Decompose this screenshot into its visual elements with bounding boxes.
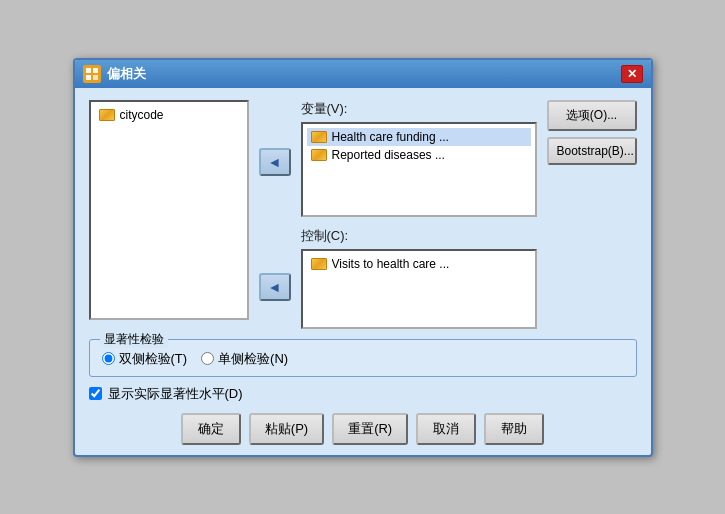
source-list[interactable]: citycode [89, 100, 249, 320]
left-panel: citycode [89, 100, 249, 320]
show-sig-checkbox[interactable] [89, 387, 102, 400]
center-panel: ◄ ◄ [259, 100, 291, 320]
content-area: citycode ◄ ◄ 变量(V): Health care funding … [75, 88, 651, 455]
paste-button[interactable]: 粘贴(P) [249, 413, 324, 445]
options-button[interactable]: 选项(O)... [547, 100, 637, 131]
arrow-btn-variables[interactable]: ◄ [259, 148, 291, 176]
ok-button[interactable]: 确定 [181, 413, 241, 445]
one-tailed-option[interactable]: 单侧检验(N) [201, 350, 288, 368]
ruler-icon-2 [311, 149, 327, 161]
svg-rect-2 [86, 75, 91, 80]
item-label: citycode [120, 108, 164, 122]
title-bar: 偏相关 ✕ [75, 60, 651, 88]
list-item[interactable]: citycode [95, 106, 243, 124]
radio-row: 双侧检验(T) 单侧检验(N) [102, 350, 624, 368]
two-tailed-label: 双侧检验(T) [119, 350, 188, 368]
bottom-section: 显著性检验 双侧检验(T) 单侧检验(N) 显示实际显著性水平(D) [89, 339, 637, 445]
ctrl-item-1[interactable]: Visits to health care ... [307, 255, 531, 273]
one-tailed-radio[interactable] [201, 352, 214, 365]
control-label: 控制(C): [301, 227, 537, 245]
var-item-2[interactable]: Reported diseases ... [307, 146, 531, 164]
svg-rect-3 [93, 75, 98, 80]
main-row: citycode ◄ ◄ 变量(V): Health care funding … [89, 100, 637, 329]
ruler-icon-3 [311, 258, 327, 270]
ruler-icon-1 [311, 131, 327, 143]
show-sig-row: 显示实际显著性水平(D) [89, 385, 637, 403]
show-sig-label: 显示实际显著性水平(D) [108, 385, 243, 403]
window-title: 偏相关 [107, 65, 621, 83]
svg-rect-1 [93, 68, 98, 73]
control-list[interactable]: Visits to health care ... [301, 249, 537, 329]
arrow-btn-control[interactable]: ◄ [259, 273, 291, 301]
svg-rect-0 [86, 68, 91, 73]
var-label-2: Reported diseases ... [332, 148, 445, 162]
variables-list[interactable]: Health care funding ... Reported disease… [301, 122, 537, 217]
side-buttons: 选项(O)... Bootstrap(B)... [547, 100, 637, 165]
ctrl-label-1: Visits to health care ... [332, 257, 450, 271]
two-tailed-option[interactable]: 双侧检验(T) [102, 350, 188, 368]
ruler-icon [99, 109, 115, 121]
var-item-1[interactable]: Health care funding ... [307, 128, 531, 146]
close-button[interactable]: ✕ [621, 65, 643, 83]
reset-button[interactable]: 重置(R) [332, 413, 408, 445]
sig-test-group: 显著性检验 双侧检验(T) 单侧检验(N) [89, 339, 637, 377]
variables-label: 变量(V): [301, 100, 537, 118]
var-label-1: Health care funding ... [332, 130, 449, 144]
sig-group-label: 显著性检验 [100, 331, 168, 348]
right-panel: 变量(V): Health care funding ... Reported … [301, 100, 537, 329]
window-icon [83, 65, 101, 83]
main-window: 偏相关 ✕ citycode ◄ ◄ 变量(V): [73, 58, 653, 457]
one-tailed-label: 单侧检验(N) [218, 350, 288, 368]
bootstrap-button[interactable]: Bootstrap(B)... [547, 137, 637, 165]
button-row: 确定 粘贴(P) 重置(R) 取消 帮助 [89, 413, 637, 445]
cancel-button[interactable]: 取消 [416, 413, 476, 445]
two-tailed-radio[interactable] [102, 352, 115, 365]
help-button[interactable]: 帮助 [484, 413, 544, 445]
